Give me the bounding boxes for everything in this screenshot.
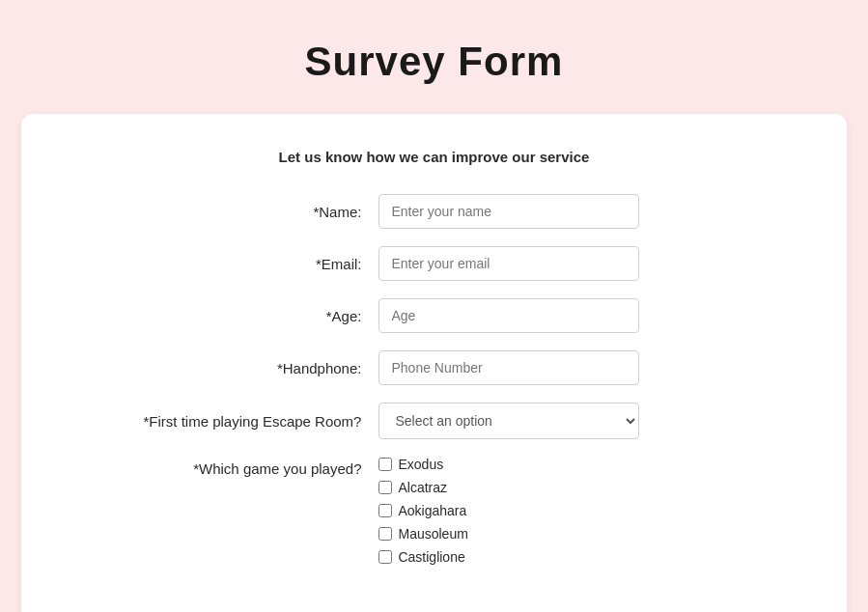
email-input[interactable] <box>378 246 639 281</box>
checkbox-aokigahara-label: Aokigahara <box>398 503 466 518</box>
handphone-input[interactable] <box>378 350 639 385</box>
game-played-row: *Which game you played? Exodus Alcatraz … <box>79 457 788 565</box>
checkbox-mausoleum[interactable] <box>378 527 392 541</box>
email-label: *Email: <box>79 256 378 272</box>
form-card: Let us know how we can improve our servi… <box>21 114 846 612</box>
checkbox-item-mausoleum[interactable]: Mausoleum <box>378 526 467 542</box>
form-subtitle: Let us know how we can improve our servi… <box>79 149 788 165</box>
checkbox-mausoleum-label: Mausoleum <box>398 526 467 542</box>
escape-room-label: *First time playing Escape Room? <box>79 413 378 430</box>
age-label: *Age: <box>79 308 378 324</box>
age-row: *Age: <box>79 298 788 333</box>
game-checkbox-group: Exodus Alcatraz Aokigahara Mausoleum Cas… <box>378 457 467 565</box>
checkbox-aokigahara[interactable] <box>378 504 392 517</box>
handphone-row: *Handphone: <box>79 350 788 385</box>
handphone-label: *Handphone: <box>79 360 378 376</box>
survey-form: *Name: *Email: *Age: *Handphone: *First … <box>79 194 788 565</box>
game-played-label: *Which game you played? <box>79 457 378 477</box>
escape-room-row: *First time playing Escape Room? Select … <box>79 403 788 439</box>
checkbox-exodus-label: Exodus <box>398 457 443 472</box>
name-input[interactable] <box>378 194 639 229</box>
checkbox-item-exodus[interactable]: Exodus <box>378 457 467 472</box>
page-header: Survey Form <box>0 0 868 114</box>
checkbox-castiglione-label: Castiglione <box>398 549 464 565</box>
checkbox-alcatraz[interactable] <box>378 481 392 494</box>
name-label: *Name: <box>79 204 378 220</box>
checkbox-item-castiglione[interactable]: Castiglione <box>378 549 467 565</box>
checkbox-exodus[interactable] <box>378 458 392 471</box>
name-row: *Name: <box>79 194 788 229</box>
checkbox-castiglione[interactable] <box>378 550 392 564</box>
age-input[interactable] <box>378 298 639 333</box>
checkbox-item-aokigahara[interactable]: Aokigahara <box>378 503 467 518</box>
page-title: Survey Form <box>19 39 849 85</box>
escape-room-select[interactable]: Select an option Yes No <box>378 403 639 439</box>
checkbox-item-alcatraz[interactable]: Alcatraz <box>378 480 467 495</box>
checkbox-alcatraz-label: Alcatraz <box>398 480 447 495</box>
email-row: *Email: <box>79 246 788 281</box>
